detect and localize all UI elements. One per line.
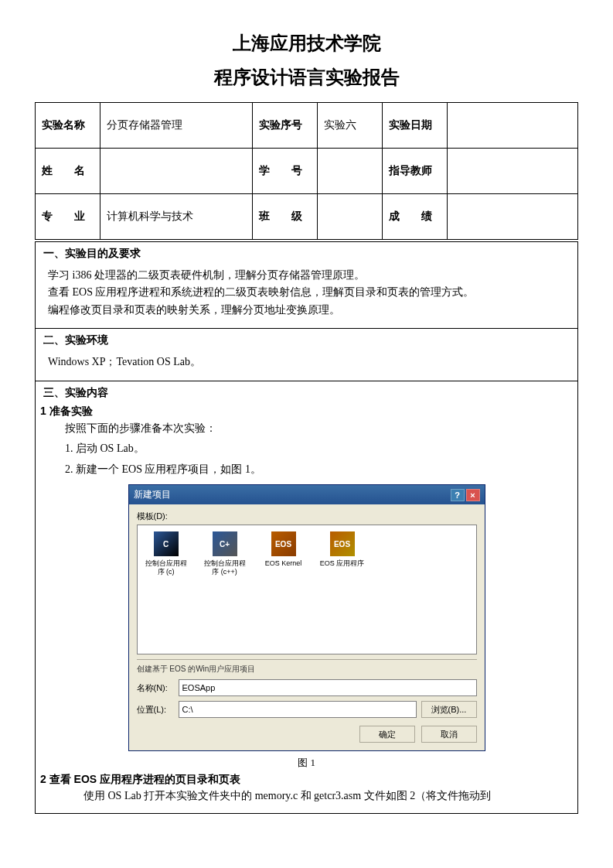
sid-label: 学 号 xyxy=(252,149,317,194)
template-item-label: 控制台应用程序 (c) xyxy=(144,559,189,576)
sec2-heading: 二、实验环境 xyxy=(43,333,570,347)
name-field-label: 名称(N): xyxy=(137,682,174,694)
name-value xyxy=(100,149,253,194)
class-label: 班 级 xyxy=(252,194,317,240)
figure1-caption: 图 1 xyxy=(43,756,570,770)
sec3-step1: 1. 启动 OS Lab。 xyxy=(65,439,570,460)
exp-name-label: 实验名称 xyxy=(36,103,100,149)
template-item-label: EOS Kernel xyxy=(265,559,302,567)
dialog-title: 新建项目 xyxy=(134,488,171,501)
teacher-label: 指导教师 xyxy=(383,149,448,194)
close-icon[interactable]: × xyxy=(466,489,480,501)
template-label: 模板(D): xyxy=(137,511,477,522)
ok-button[interactable]: 确定 xyxy=(359,726,415,743)
sid-value xyxy=(318,149,383,194)
exp-date-label: 实验日期 xyxy=(383,103,448,149)
name-input[interactable]: EOSApp xyxy=(179,679,477,696)
sec1-p3: 编程修改页目录和页表的映射关系，理解分页地址变换原理。 xyxy=(48,302,565,319)
location-field-label: 位置(L): xyxy=(137,704,174,716)
sec2-p1: Windows XP；Tevation OS Lab。 xyxy=(48,354,565,371)
name-label: 姓 名 xyxy=(36,149,100,194)
teacher-value xyxy=(448,149,578,194)
section-content: 三、实验内容 1 准备实验 按照下面的步骤准备本次实验： 1. 启动 OS La… xyxy=(35,381,578,815)
template-item-label: EOS 应用程序 xyxy=(320,559,365,567)
dialog-titlebar[interactable]: 新建项目 ? × xyxy=(129,485,485,504)
sec3-p2: 使用 OS Lab 打开本实验文件夹中的 memory.c 和 getcr3.a… xyxy=(83,787,570,805)
template-item-eos-app[interactable]: EOS EOS 应用程序 xyxy=(320,531,365,567)
location-input[interactable]: C:\ xyxy=(179,701,417,718)
class-value xyxy=(318,194,383,240)
exp-date-value xyxy=(448,103,578,149)
exp-name-value: 分页存储器管理 xyxy=(100,103,253,149)
template-item-console-cpp[interactable]: C+ 控制台应用程序 (c++) xyxy=(203,531,247,576)
sec1-heading: 一、实验目的及要求 xyxy=(43,247,570,261)
page-title: 上海应用技术学院 xyxy=(35,31,578,56)
sec3-h1: 1 准备实验 xyxy=(40,405,570,419)
cancel-button[interactable]: 取消 xyxy=(421,726,477,743)
template-item-console-c[interactable]: C 控制台应用程序 (c) xyxy=(144,531,189,576)
sec1-p1: 学习 i386 处理器的二级页表硬件机制，理解分页存储器管理原理。 xyxy=(48,267,565,284)
major-value: 计算机科学与技术 xyxy=(100,194,253,240)
template-list[interactable]: C 控制台应用程序 (c) C+ 控制台应用程序 (c++) EOS EOS K… xyxy=(137,525,477,654)
eos-app-icon: EOS xyxy=(330,531,355,556)
new-project-dialog: 新建项目 ? × 模板(D): C 控制台应用程序 (c) C+ 控制台应用程序… xyxy=(128,484,485,751)
major-label: 专 业 xyxy=(36,194,100,240)
eos-kernel-icon: EOS xyxy=(271,531,296,556)
sec3-h2: 2 查看 EOS 应用程序进程的页目录和页表 xyxy=(40,773,570,787)
page-subtitle: 程序设计语言实验报告 xyxy=(35,65,578,90)
sec1-p2: 查看 EOS 应用程序进程和系统进程的二级页表映射信息，理解页目录和页表的管理方… xyxy=(48,284,565,301)
sec3-heading: 三、实验内容 xyxy=(43,386,570,400)
section-purpose: 一、实验目的及要求 学习 i386 处理器的二级页表硬件机制，理解分页存储器管理… xyxy=(35,241,578,329)
exp-no-label: 实验序号 xyxy=(252,103,317,149)
section-env: 二、实验环境 Windows XP；Tevation OS Lab。 xyxy=(35,329,578,381)
template-item-eos-kernel[interactable]: EOS EOS Kernel xyxy=(261,531,306,567)
score-label: 成 绩 xyxy=(383,194,448,240)
browse-button[interactable]: 浏览(B)... xyxy=(421,701,477,718)
exp-no-value: 实验六 xyxy=(318,103,383,149)
template-item-label: 控制台应用程序 (c++) xyxy=(203,559,247,576)
score-value xyxy=(448,194,578,240)
sec3-p1: 按照下面的步骤准备本次实验： xyxy=(65,419,570,439)
info-table: 实验名称 分页存储器管理 实验序号 实验六 实验日期 姓 名 学 号 指导教师 … xyxy=(35,102,578,240)
console-c-icon: C xyxy=(154,531,179,556)
template-desc: 创建基于 EOS 的Win用户应用项目 xyxy=(137,659,477,675)
sec3-step2: 2. 新建一个 EOS 应用程序项目，如图 1。 xyxy=(65,460,570,480)
console-cpp-icon: C+ xyxy=(213,531,237,556)
help-icon[interactable]: ? xyxy=(451,489,465,501)
